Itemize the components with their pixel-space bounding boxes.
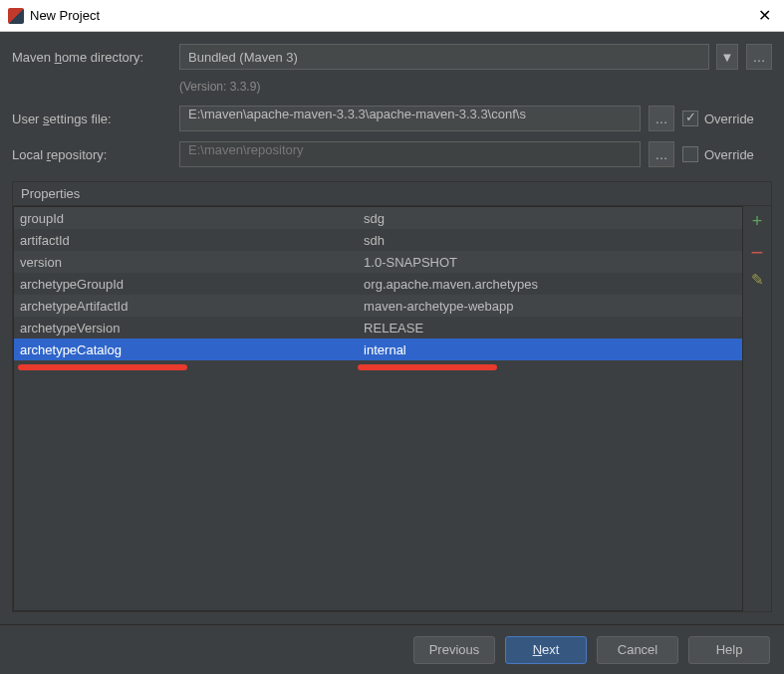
properties-side-buttons: + − ✎ (743, 206, 771, 611)
user-settings-browse-button[interactable]: … (649, 106, 674, 131)
annotation-underline (18, 364, 187, 370)
maven-home-dropdown[interactable]: Bundled (Maven 3) (179, 44, 709, 70)
remove-property-button[interactable]: − (747, 242, 767, 262)
user-settings-input[interactable]: E:\maven\apache-maven-3.3.3\apache-maven… (179, 106, 641, 131)
property-key: archetypeGroupId (20, 277, 364, 292)
local-repo-browse-button[interactable]: … (649, 141, 674, 167)
close-icon[interactable]: ✕ (744, 0, 784, 32)
checkbox-checked-icon[interactable] (682, 111, 698, 126)
chevron-down-icon[interactable]: ▼ (716, 44, 738, 70)
property-key: groupId (20, 211, 364, 226)
property-value: sdh (364, 233, 736, 248)
table-row[interactable]: archetypeVersionRELEASE (14, 317, 742, 338)
user-settings-override[interactable]: Override (682, 111, 772, 126)
properties-table[interactable]: groupIdsdgartifactIdsdhversion1.0-SNAPSH… (13, 206, 743, 611)
property-key: archetypeArtifactId (20, 299, 364, 314)
property-key: archetypeCatalog (20, 342, 364, 357)
table-row[interactable]: archetypeArtifactIdmaven-archetype-webap… (14, 295, 742, 317)
property-value: RELEASE (364, 321, 736, 336)
user-settings-row: User settings file: E:\maven\apache-mave… (12, 106, 772, 131)
maven-home-browse-button[interactable]: … (746, 44, 772, 70)
properties-body: groupIdsdgartifactIdsdhversion1.0-SNAPSH… (13, 206, 771, 611)
content-area: Maven home directory: Bundled (Maven 3) … (0, 32, 784, 624)
maven-home-label: Maven home directory: (12, 50, 171, 65)
property-key: version (20, 255, 364, 270)
app-icon (8, 8, 24, 24)
property-value: maven-archetype-webapp (364, 299, 736, 314)
maven-home-row: Maven home directory: Bundled (Maven 3) … (12, 44, 772, 70)
table-row[interactable]: artifactIdsdh (14, 229, 742, 251)
footer-buttons: Previous Next Cancel Help (0, 624, 784, 674)
property-key: archetypeVersion (20, 321, 364, 336)
cancel-button[interactable]: Cancel (597, 636, 678, 664)
edit-property-button[interactable]: ✎ (747, 272, 767, 292)
table-row[interactable]: archetypeCataloginternal (14, 338, 742, 360)
override-label: Override (704, 147, 754, 162)
property-value: sdg (364, 211, 736, 226)
local-repo-row: Local repository: E:\maven\repository … … (12, 141, 772, 167)
table-row[interactable]: archetypeGroupIdorg.apache.maven.archety… (14, 273, 742, 295)
property-value: org.apache.maven.archetypes (364, 277, 736, 292)
table-row[interactable]: version1.0-SNAPSHOT (14, 251, 742, 273)
property-value: internal (364, 342, 736, 357)
checkbox-icon[interactable] (682, 146, 698, 162)
property-value: 1.0-SNAPSHOT (364, 255, 736, 270)
user-settings-label: User settings file: (12, 112, 171, 126)
table-row[interactable]: groupIdsdg (14, 207, 742, 229)
annotation-underline (358, 364, 497, 370)
window-title: New Project (30, 8, 744, 23)
property-key: artifactId (20, 233, 364, 248)
next-button[interactable]: Next (505, 636, 587, 664)
maven-version-text: (Version: 3.3.9) (179, 80, 772, 94)
help-button[interactable]: Help (688, 636, 770, 664)
previous-button[interactable]: Previous (413, 636, 495, 664)
local-repo-label: Local repository: (12, 147, 171, 162)
maven-home-value: Bundled (Maven 3) (188, 50, 298, 65)
titlebar: New Project ✕ (0, 0, 784, 32)
properties-title: Properties (13, 182, 771, 206)
properties-panel: Properties groupIdsdgartifactIdsdhversio… (12, 181, 772, 612)
local-repo-input[interactable]: E:\maven\repository (179, 141, 641, 167)
local-repo-override[interactable]: Override (682, 146, 772, 162)
override-label: Override (704, 112, 754, 126)
add-property-button[interactable]: + (747, 212, 767, 232)
